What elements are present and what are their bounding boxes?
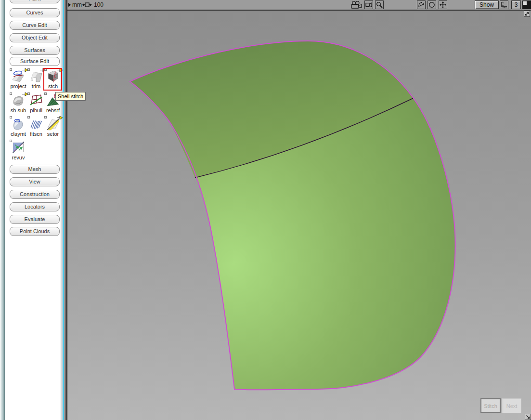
tumble-view-button[interactable] <box>417 0 426 9</box>
palette-tab-evaluate[interactable]: Evaluate <box>10 215 60 224</box>
look-at-button[interactable] <box>427 0 436 9</box>
option-box-icon[interactable] <box>10 68 12 71</box>
zoom-tool-button[interactable] <box>375 0 384 9</box>
grid-size-icon <box>82 1 92 8</box>
palette-section-surface-edit[interactable]: Surface Edit <box>10 57 60 66</box>
tool-sh-sub[interactable]: sh sub <box>10 92 27 115</box>
tool-project[interactable]: project <box>10 68 27 91</box>
window-count-button[interactable]: 3 <box>511 0 521 9</box>
layout-button[interactable] <box>522 0 531 9</box>
render-camera-button[interactable] <box>350 0 363 9</box>
green-surface[interactable] <box>130 41 455 390</box>
grid-size-value: 100 <box>94 1 104 8</box>
grid-size-control[interactable]: 100 <box>82 0 104 9</box>
option-box-icon[interactable] <box>27 68 30 71</box>
units-control[interactable]: mm <box>68 0 82 9</box>
tool-claymt[interactable]: claymt <box>10 116 27 139</box>
option-box-icon[interactable] <box>10 140 12 142</box>
tool-label: plhull <box>27 107 45 114</box>
palette-tab-locators[interactable]: Locators <box>10 202 60 211</box>
option-box-icon[interactable] <box>10 116 12 118</box>
tool-label: project <box>10 83 27 90</box>
ruler-icon <box>501 1 507 8</box>
resize-corner-top[interactable] <box>524 11 530 17</box>
palette-tab-paint[interactable]: Paint <box>10 0 60 3</box>
ruler-button[interactable] <box>500 0 508 9</box>
tool-plhull[interactable]: plhull <box>27 92 45 115</box>
tool-label: setor <box>44 131 62 137</box>
viewport[interactable]: Stitch Next <box>67 10 531 420</box>
next-button[interactable]: Next <box>502 398 521 413</box>
stitch-button[interactable]: Stitch <box>480 398 501 413</box>
camera-view-button[interactable] <box>364 0 373 9</box>
palette-tab-surfaces[interactable]: Surfaces <box>10 46 60 55</box>
palette-tab-mesh[interactable]: Mesh <box>10 165 60 174</box>
tooltip: Shell stitch <box>55 92 86 101</box>
hull-tool-icon <box>29 93 43 107</box>
palette-grab-strip[interactable] <box>0 0 5 420</box>
tumble-icon <box>418 1 425 8</box>
palette-tab-point-clouds[interactable]: Point Clouds <box>10 227 60 236</box>
top-toolbar: mm 100 <box>67 0 531 10</box>
reverse-uv-tool-icon <box>11 140 26 155</box>
palette-tab-curves[interactable]: Curves <box>10 8 60 17</box>
pan-arrows-icon <box>440 1 446 8</box>
tool-palette: Paint Curves Curve Edit Object Edit Surf… <box>0 0 67 420</box>
magnifier-icon <box>376 1 383 8</box>
fit-scan-tool-icon <box>29 117 43 131</box>
tool-label: claymt <box>10 131 27 137</box>
look-at-circle-icon <box>428 1 435 8</box>
units-arrow-icon <box>68 3 71 7</box>
option-box-icon[interactable] <box>27 92 30 95</box>
selected-tool-highlight <box>43 68 62 91</box>
tool-label: sh sub <box>10 107 27 114</box>
show-button[interactable]: Show <box>475 0 499 9</box>
app-window: mm 100 <box>0 0 531 420</box>
option-box-icon[interactable] <box>10 92 12 95</box>
tool-label: fitscn <box>27 131 45 137</box>
tool-trim[interactable]: trim <box>27 68 45 91</box>
units-label: mm <box>72 1 82 8</box>
option-box-icon[interactable] <box>44 92 47 95</box>
pan-view-button[interactable] <box>439 0 447 9</box>
palette-tab-construction[interactable]: Construction <box>10 190 60 199</box>
tool-fitscn[interactable]: fitscn <box>27 116 45 139</box>
tooltip-text: Shell stitch <box>58 93 83 99</box>
tool-setor[interactable]: setor <box>44 116 62 139</box>
clay-model-tool-icon <box>11 117 26 131</box>
palette-tab-view[interactable]: View <box>10 177 60 186</box>
tool-label: rebsrf <box>44 107 62 114</box>
viewport-edge-shadow <box>64 0 67 420</box>
video-camera-icon <box>365 2 373 8</box>
tool-label: revuv <box>10 155 27 161</box>
palette-tab-curve-edit[interactable]: Curve Edit <box>10 21 60 30</box>
shaded-surface-canvas <box>67 11 531 420</box>
option-box-icon[interactable] <box>27 116 30 118</box>
movie-camera-icon <box>350 0 363 9</box>
resize-corner-bottom[interactable] <box>525 414 531 420</box>
palette-tab-object-edit[interactable]: Object Edit <box>10 33 60 42</box>
option-box-icon[interactable] <box>44 116 47 118</box>
tool-revuv[interactable]: revuv <box>10 140 27 162</box>
tool-label: trim <box>27 83 45 90</box>
window-layout-icon <box>522 0 531 9</box>
option-arrow-icon <box>56 115 63 120</box>
